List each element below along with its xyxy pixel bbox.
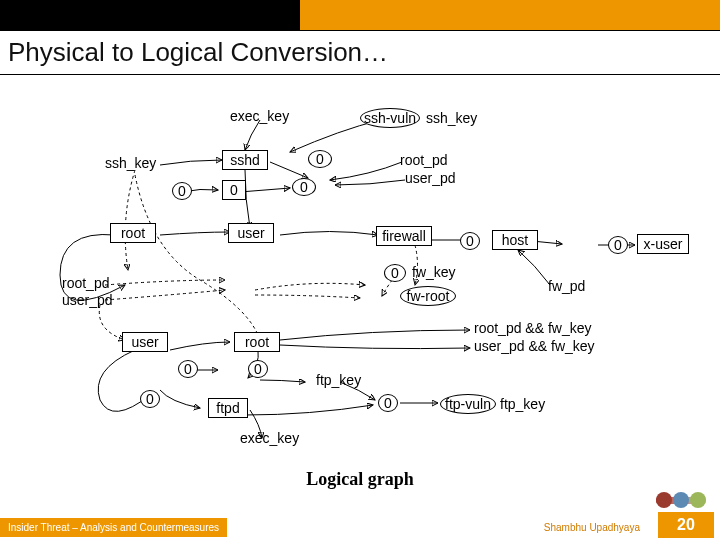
label-root-pd-right: root_pd	[400, 152, 447, 168]
label-ftp-key-right: ftp_key	[500, 396, 545, 412]
label-exec-key-bottom: exec_key	[240, 430, 299, 446]
node-host: host	[492, 230, 538, 250]
label-user-pd-left: user_pd	[62, 292, 113, 308]
header-black	[0, 0, 300, 30]
zero-8: 0	[178, 360, 198, 378]
zero-1: 0	[308, 150, 332, 168]
node-x-user: x-user	[637, 234, 689, 254]
zero-9: 0	[140, 390, 160, 408]
zero-3: 0	[222, 180, 246, 200]
node-user-mid: user	[228, 223, 274, 243]
label-fw-key: fw_key	[412, 264, 456, 280]
page-number: 20	[658, 512, 714, 538]
label-ftp-key: ftp_key	[316, 372, 361, 388]
node-fw-root: fw-root	[400, 286, 456, 306]
zero-10: 0	[248, 360, 268, 378]
label-user-pd-right: user_pd	[405, 170, 456, 186]
node-root-bottom: root	[234, 332, 280, 352]
zero-2: 0	[172, 182, 192, 200]
zero-6: 0	[608, 236, 628, 254]
zero-7: 0	[384, 264, 406, 282]
node-firewall: firewall	[376, 226, 432, 246]
node-root-left: root	[110, 223, 156, 243]
label-fw-pd: fw_pd	[548, 278, 585, 294]
header-orange	[300, 0, 720, 30]
zero-11: 0	[378, 394, 398, 412]
page-title: Physical to Logical Conversion…	[8, 37, 712, 68]
figure-caption: Logical graph	[0, 469, 720, 490]
label-ssh-key-left: ssh_key	[105, 155, 156, 171]
label-exec-key-top: exec_key	[230, 108, 289, 124]
label-root-pd-left: root_pd	[62, 275, 109, 291]
node-ftpd: ftpd	[208, 398, 248, 418]
label-ssh-key-right: ssh_key	[426, 110, 477, 126]
label-root-pd-fw-key: root_pd && fw_key	[474, 320, 592, 336]
logical-graph-diagram: exec_key ssh-vuln ssh_key ssh_key sshd 0…	[0, 80, 720, 480]
footer-logo	[656, 488, 706, 512]
node-ftp-vuln: ftp-vuln	[440, 394, 496, 414]
label-user-pd-fw-key: user_pd && fw_key	[474, 338, 595, 354]
node-user-bottom: user	[122, 332, 168, 352]
header-strip	[0, 0, 720, 30]
node-ssh-vuln: ssh-vuln	[360, 108, 420, 128]
zero-4: 0	[292, 178, 316, 196]
footer-title: Insider Threat – Analysis and Countermea…	[0, 518, 227, 537]
zero-5: 0	[460, 232, 480, 250]
title-bar: Physical to Logical Conversion…	[0, 30, 720, 75]
footer: Insider Threat – Analysis and Countermea…	[0, 514, 720, 540]
node-sshd: sshd	[222, 150, 268, 170]
